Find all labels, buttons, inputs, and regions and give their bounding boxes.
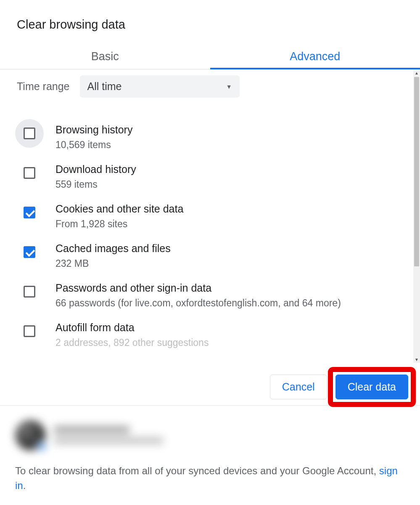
dialog-title: Clear browsing data — [0, 0, 420, 32]
item-title: Passwords and other sign-in data — [55, 282, 403, 294]
item-text: Passwords and other sign-in data 66 pass… — [55, 282, 403, 310]
checkbox-wrap — [17, 163, 42, 183]
time-range-row: Time range All time ▼ — [17, 69, 403, 101]
item-text: Cached images and files 232 MB — [55, 242, 403, 270]
footer-text-after: . — [23, 480, 26, 491]
time-range-select[interactable]: All time ▼ — [80, 75, 240, 98]
item-title: Cookies and other site data — [55, 203, 403, 215]
checkbox-wrap — [17, 322, 42, 341]
item-title: Browsing history — [55, 124, 403, 136]
checkbox-passwords[interactable] — [24, 286, 35, 298]
item-title: Autofill form data — [55, 322, 403, 334]
item-subtitle: From 1,928 sites — [55, 218, 403, 231]
list-item: Cached images and files 232 MB — [17, 237, 403, 276]
footer: To clear browsing data from all of your … — [0, 405, 420, 505]
clear-browsing-data-dialog: Clear browsing data Basic Advanced Time … — [0, 0, 420, 505]
scroll-down-icon[interactable]: ▼ — [413, 356, 420, 363]
dropdown-icon: ▼ — [226, 83, 232, 90]
avatar-badge-icon — [36, 441, 47, 452]
scroll-thumb[interactable] — [414, 77, 419, 266]
item-subtitle: 559 items — [55, 178, 403, 191]
scroll-content: Time range All time ▼ Browsing history 1… — [0, 69, 413, 363]
item-text: Browsing history 10,569 items — [55, 124, 403, 152]
tabs: Basic Advanced — [0, 43, 420, 69]
list-item: Passwords and other sign-in data 66 pass… — [17, 276, 403, 316]
item-subtitle: 10,569 items — [55, 138, 403, 152]
item-subtitle: 2 addresses, 892 other suggestions — [55, 336, 403, 349]
time-range-label: Time range — [17, 80, 70, 93]
checkbox-cached-images[interactable] — [24, 246, 35, 258]
list-item: Browsing history 10,569 items — [17, 118, 403, 157]
checkbox-autofill[interactable] — [24, 325, 35, 337]
list-item: Cookies and other site data From 1,928 s… — [17, 197, 403, 237]
data-type-list: Browsing history 10,569 items Download h… — [17, 118, 403, 355]
footer-text: To clear browsing data from all of your … — [15, 464, 405, 493]
content-area: Time range All time ▼ Browsing history 1… — [0, 69, 420, 363]
tab-basic[interactable]: Basic — [0, 43, 210, 69]
cancel-button[interactable]: Cancel — [270, 375, 327, 399]
checkbox-wrap — [17, 203, 42, 222]
checkbox-wrap — [17, 124, 42, 143]
time-range-value: All time — [87, 80, 122, 93]
button-row: Cancel Clear data — [0, 363, 420, 405]
footer-text-before: To clear browsing data from all of your … — [15, 465, 379, 476]
item-text: Download history 559 items — [55, 163, 403, 191]
item-title: Download history — [55, 163, 403, 175]
checkbox-wrap — [17, 242, 42, 262]
scroll-up-icon[interactable]: ▲ — [413, 69, 420, 76]
checkbox-wrap — [17, 282, 42, 301]
scrollbar[interactable]: ▲ ▼ — [413, 69, 420, 363]
checkbox-browsing-history[interactable] — [24, 128, 35, 139]
item-text: Cookies and other site data From 1,928 s… — [55, 203, 403, 231]
item-text: Autofill form data 2 addresses, 892 othe… — [55, 322, 403, 349]
item-subtitle: 232 MB — [55, 257, 403, 270]
account-info-redacted — [15, 414, 405, 456]
tab-advanced[interactable]: Advanced — [210, 43, 420, 69]
checkbox-download-history[interactable] — [24, 167, 35, 179]
item-subtitle: 66 passwords (for live.com, oxfordtestof… — [55, 297, 403, 310]
avatar — [15, 420, 45, 450]
list-item: Download history 559 items — [17, 157, 403, 197]
item-title: Cached images and files — [55, 242, 403, 255]
checkbox-cookies[interactable] — [24, 207, 35, 218]
list-item: Autofill form data 2 addresses, 892 othe… — [17, 316, 403, 355]
clear-data-button[interactable]: Clear data — [335, 375, 408, 399]
